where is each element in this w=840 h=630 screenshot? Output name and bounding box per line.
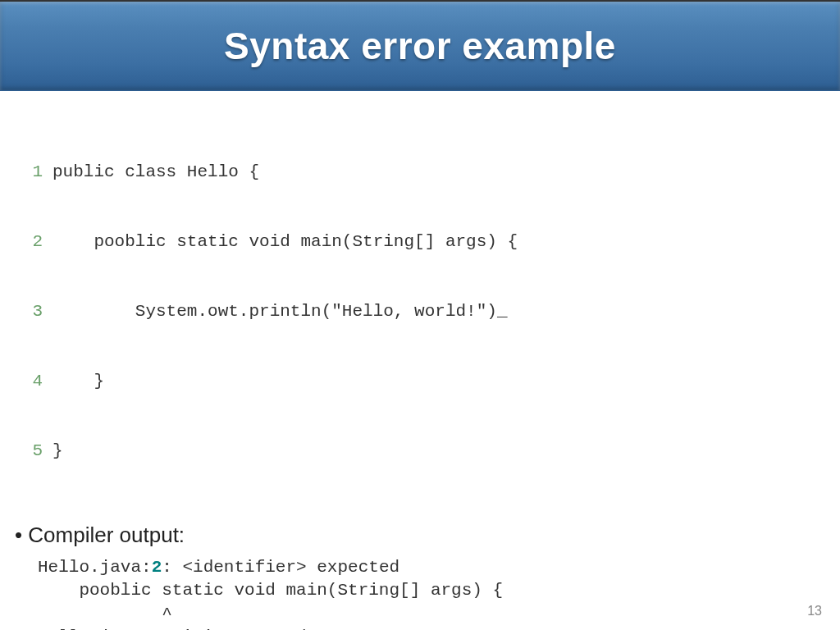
code-line: 1public class Hello { <box>20 161 820 184</box>
line-number: 2 <box>20 231 43 253</box>
code-line: 3 System.owt.println("Hello, world!")_ <box>20 300 820 323</box>
code-text: pooblic static void main(String[] args) … <box>52 231 820 253</box>
code-line: 5} <box>20 440 820 463</box>
code-line: 4 } <box>20 370 820 393</box>
title-bar: Syntax error example <box>0 0 840 91</box>
output-text: pooblic static void main(String[] args) … <box>38 581 503 600</box>
output-text: Hello.java: <box>38 558 152 577</box>
output-text: ^ <box>38 605 172 623</box>
compiler-output-block: Hello.java:2: <identifier> expected poob… <box>38 556 820 630</box>
slide-title: Syntax error example <box>224 24 616 68</box>
output-number: 2 <box>152 558 162 577</box>
code-text: } <box>52 440 820 463</box>
code-text: } <box>52 370 820 393</box>
line-number: 1 <box>20 161 43 184</box>
output-text: : <identifier> expected <box>162 558 399 577</box>
line-number: 3 <box>20 300 43 323</box>
page-number: 13 <box>807 604 822 619</box>
line-number: 5 <box>20 440 43 463</box>
code-line: 2 pooblic static void main(String[] args… <box>20 231 820 253</box>
line-number: 4 <box>20 370 43 393</box>
bullet-compiler-output: Compiler output: <box>15 523 820 548</box>
code-block: 1public class Hello { 2 pooblic static v… <box>20 114 820 509</box>
code-text: System.owt.println("Hello, world!")_ <box>52 300 820 323</box>
slide: Syntax error example 1public class Hello… <box>0 0 840 630</box>
slide-body: 1public class Hello { 2 pooblic static v… <box>0 91 840 630</box>
code-text: public class Hello { <box>52 161 820 184</box>
